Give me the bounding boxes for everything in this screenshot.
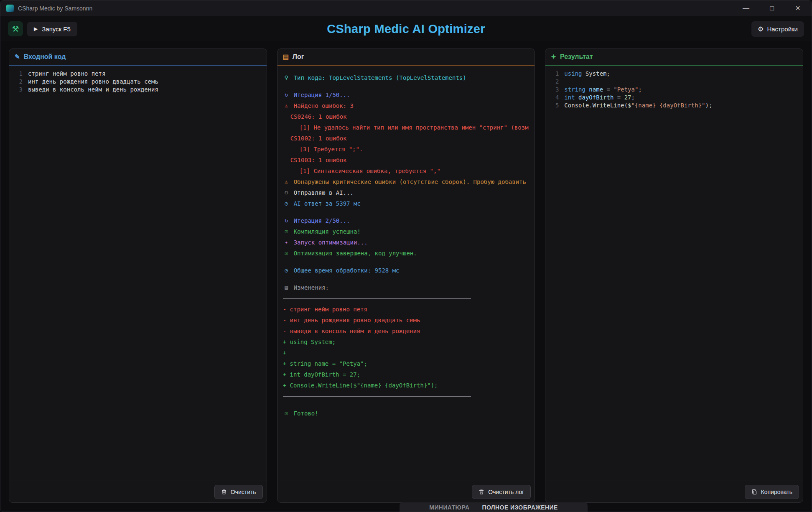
- log-text: [1] Не удалось найти тип или имя простра…: [300, 122, 529, 133]
- clear-input-label: Очистить: [231, 489, 256, 495]
- log-text: Итерация 1/50...: [294, 89, 350, 100]
- log-text: Тип кода: TopLevelStatements (TopLevelSt…: [294, 72, 466, 83]
- clear-log-label: Очистить лог: [488, 489, 524, 495]
- input-panel-title: Входной код: [24, 53, 66, 61]
- app-icon: [6, 5, 14, 12]
- log-text: Отправляю в AI...: [294, 187, 354, 198]
- trash-icon: [479, 489, 484, 495]
- line-number: 5: [545, 102, 559, 110]
- log-text: + Console.WriteLine($"{name} {dayOfBirth…: [283, 380, 438, 391]
- log-text: Компиляция успешна!: [294, 226, 361, 237]
- result-panel: ✦ Результат 1using System;23string name …: [545, 48, 803, 503]
- log-entry: ⚇Отправляю в AI...: [283, 187, 529, 198]
- line-number: 3: [545, 86, 559, 94]
- timer-icon: ◷: [283, 265, 290, 276]
- log-text: Готово!: [294, 408, 318, 419]
- iteration-icon: ↻: [283, 215, 290, 226]
- log-divider: [283, 293, 529, 304]
- thumbnail-tab[interactable]: МИНИАТЮРА: [429, 504, 469, 512]
- code-line: 2: [545, 78, 803, 86]
- log-entry: + Console.WriteLine($"{name} {dayOfBirth…: [283, 380, 529, 391]
- app-header: ⚒ ▶ Запуск F5 CSharp Medic AI Optimizer …: [0, 16, 812, 41]
- log-spacer: [283, 402, 529, 408]
- clear-log-button[interactable]: Очистить лог: [472, 485, 531, 499]
- bottom-bar: МИНИАТЮРА ПОЛНОЕ ИЗОБРАЖЕНИЕ: [400, 502, 588, 512]
- line-number: 2: [9, 78, 23, 86]
- copy-result-button[interactable]: Копировать: [745, 485, 799, 499]
- code-line: 4int dayOfBirth = 27;: [545, 94, 803, 102]
- log-text: - выведи в консоль нейм и день рождения: [283, 326, 420, 336]
- log-entry: ◷Общее время обработки: 9528 мс: [283, 265, 529, 276]
- full-image-tab[interactable]: ПОЛНОЕ ИЗОБРАЖЕНИЕ: [482, 504, 557, 512]
- log-text: CS0246: 1 ошибок: [290, 111, 347, 122]
- main-content: ✎ Входной код 1стринг нейм ровно петя2ин…: [0, 41, 812, 512]
- log-output: ⚲Тип кода: TopLevelStatements (TopLevelS…: [277, 66, 535, 481]
- minimize-button[interactable]: —: [741, 5, 751, 12]
- line-number: 1: [545, 70, 559, 78]
- line-number: 4: [545, 94, 559, 102]
- code-text: Console.WriteLine($"{name} {dayOfBirth}"…: [564, 102, 712, 110]
- close-button[interactable]: ×: [792, 3, 803, 13]
- log-text: CS1003: 1 ошибок: [290, 155, 347, 166]
- doc-icon: ▤: [283, 282, 290, 293]
- log-text: Найдено ошибок: 3: [294, 100, 354, 111]
- app-window: CSharp Medic by Samsonnn — □ × ⚒ ▶ Запус…: [0, 0, 812, 512]
- input-panel-header: ✎ Входной код: [9, 49, 267, 66]
- log-entry: - стринг нейм ровно петя: [283, 304, 529, 315]
- line-number: 3: [9, 86, 23, 94]
- run-button[interactable]: ▶ Запуск F5: [27, 22, 77, 36]
- log-entry: CS0246: 1 ошибок: [283, 111, 529, 122]
- log-entry: ☑Компиляция успешна!: [283, 226, 529, 237]
- maximize-button[interactable]: □: [766, 5, 777, 12]
- result-panel-title: Результат: [560, 53, 593, 61]
- log-panel-footer: Очистить лог: [277, 481, 535, 502]
- sparkle-icon: ✦: [551, 53, 556, 61]
- line-number: 2: [545, 78, 559, 86]
- code-text: инт день рождения ровно двадцать семь: [28, 78, 158, 86]
- log-entry: ☑Оптимизация завершена, код улучшен.: [283, 248, 529, 259]
- log-entry: - инт день рождения ровно двадцать семь: [283, 315, 529, 326]
- line-number: 1: [9, 70, 23, 78]
- log-text: + string name = "Petya";: [283, 358, 367, 369]
- log-text: Оптимизация завершена, код улучшен.: [294, 248, 417, 259]
- warning-icon: ⚠: [283, 100, 290, 111]
- clipboard-icon: [751, 489, 757, 495]
- edit-icon: ✎: [15, 53, 20, 61]
- input-panel: ✎ Входной код 1стринг нейм ровно петя2ин…: [9, 48, 267, 503]
- log-text: Запуск оптимизации...: [294, 237, 368, 248]
- settings-button[interactable]: ⚙ Настройки: [751, 21, 804, 37]
- result-code-view[interactable]: 1using System;23string name = "Petya";4i…: [545, 66, 803, 481]
- log-text: - инт день рождения ровно двадцать семь: [283, 315, 420, 326]
- log-panel-header: ▤ Лог: [277, 49, 535, 66]
- log-text: + using System;: [283, 336, 336, 347]
- log-entry: ☑Готово!: [283, 408, 529, 419]
- app-title: CSharp Medic AI Optimizer: [0, 22, 812, 36]
- log-entry: ↻Итерация 1/50...: [283, 89, 529, 100]
- window-controls: — □ ×: [741, 3, 806, 13]
- log-text: + int dayOfBirth = 27;: [283, 369, 360, 380]
- code-text: using System;: [564, 70, 610, 78]
- code-line: 1стринг нейм ровно петя: [9, 70, 267, 78]
- check-icon: ☑: [283, 226, 290, 237]
- log-text: - стринг нейм ровно петя: [283, 304, 367, 315]
- log-text: Итерация 2/50...: [294, 215, 350, 226]
- sparkle-icon: ✦: [283, 237, 290, 248]
- code-text: string name = "Petya";: [564, 86, 641, 94]
- clear-input-button[interactable]: Очистить: [214, 485, 263, 499]
- log-entry: + int dayOfBirth = 27;: [283, 369, 529, 380]
- log-entry: [1] Не удалось найти тип или имя простра…: [283, 122, 529, 133]
- log-entry: ◷AI ответ за 5397 мс: [283, 198, 529, 209]
- header-right: ⚙ Настройки: [751, 21, 804, 37]
- code-line: 3выведи в консоль нейм и день рождения: [9, 86, 267, 94]
- code-line: 3string name = "Petya";: [545, 86, 803, 94]
- input-code-editor[interactable]: 1стринг нейм ровно петя2инт день рождени…: [9, 66, 267, 481]
- log-entry: CS1002: 1 ошибок: [283, 133, 529, 144]
- log-entry: ⚠Найдено ошибок: 3: [283, 100, 529, 111]
- log-entry: ✦Запуск оптимизации...: [283, 237, 529, 248]
- log-entry: - выведи в консоль нейм и день рождения: [283, 326, 529, 336]
- log-spacer: [283, 259, 529, 265]
- code-text: int dayOfBirth = 27;: [564, 94, 635, 102]
- code-line: 2инт день рождения ровно двадцать семь: [9, 78, 267, 86]
- settings-button-label: Настройки: [767, 25, 798, 33]
- log-divider: [283, 391, 529, 402]
